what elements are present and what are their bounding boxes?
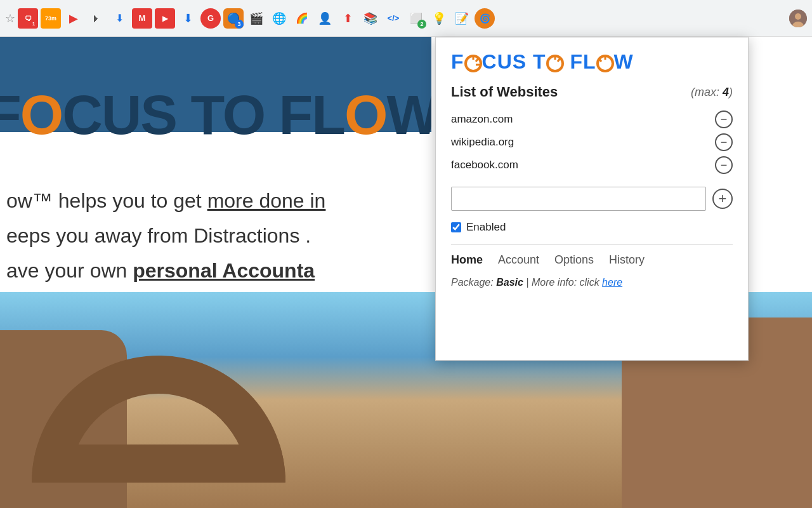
remove-wikipedia-button[interactable]: − [715,133,733,151]
popup-footer: Package: Basic | More info: click here [451,277,733,288]
ext-icon-download-blue[interactable]: ⬇ [109,8,129,29]
footer-more-text: | More info: click [526,277,602,288]
ext-icon-badge2[interactable]: ⬜ 2 [406,8,426,29]
website-background: FOCUS TO FLOW ow™ helps you to get more … [0,37,431,508]
website-name-facebook: facebook.com [451,159,518,171]
enabled-checkbox[interactable] [451,222,461,232]
ext-icon-person[interactable]: 👤 [315,8,335,29]
svg-point-1 [795,13,801,20]
footer-package-label: Package: [451,277,494,288]
website-item-wikipedia: wikipedia.org − [451,131,733,154]
bookmark-star-icon[interactable]: ☆ [5,11,15,25]
ext-icon-badge3[interactable]: 🔵 3 [223,8,244,29]
website-name-wikipedia: wikipedia.org [451,136,514,149]
ext-icon-grammarly[interactable]: G [200,8,221,29]
popup-section-title: List of Websites [451,84,558,100]
add-website-button[interactable]: + [712,189,733,209]
nav-options[interactable]: Options [554,253,594,267]
nav-history[interactable]: History [609,253,645,267]
website-item-amazon: amazon.com − [451,108,733,131]
ext-icon-rainbow[interactable]: 🌈 [292,8,312,29]
svg-line-9 [558,58,560,62]
user-avatar[interactable] [789,10,807,27]
extension-popup: FCUS T FLW List of Websites (max: 4) ama… [435,37,749,361]
popup-divider [451,244,733,244]
site-tagline1: ow™ helps you to get more done in [6,189,325,213]
footer-package-name: Basic [496,277,523,288]
add-website-input[interactable] [451,187,706,211]
website-name-amazon: amazon.com [451,113,513,126]
site-tagline3: ave your own personal Accounta [6,259,315,283]
site-tagline2: eeps you away from Distractions . [6,224,311,248]
footer-more-link[interactable]: here [602,277,622,288]
popup-max-info: (max: 4) [691,86,733,99]
popup-nav: Home Account Options History [451,253,733,267]
enabled-row: Enabled [451,221,733,234]
ext-icon-bulb[interactable]: 💡 [429,8,449,29]
ext-icon-stack[interactable]: 📚 [360,8,381,29]
add-website-row: + [451,187,733,211]
browser-toolbar: ☆ 🗨 1 73m ▶ ⏵ ⬇ M ▶ ⬇ G 🔵 3 🎬 🌐 🌈 👤 ⬆ 📚 … [0,0,812,37]
ext-icon-note[interactable]: 📝 [452,8,472,29]
ext-icon-dl[interactable]: ⬇ [178,8,198,29]
ext-icon-play[interactable]: ⏵ [86,8,107,29]
ext-icon-timer[interactable]: 73m [41,8,61,29]
ext-icon-mail[interactable]: M [132,8,152,29]
popup-section-header: List of Websites (max: 4) [451,84,733,100]
remove-amazon-button[interactable]: − [715,110,733,128]
logo-shutter-o1 [464,53,482,74]
website-list: amazon.com − wikipedia.org − facebook.co… [451,108,733,177]
svg-line-5 [476,58,478,62]
ext-icon-messages[interactable]: 🗨 1 [18,8,38,29]
enabled-label[interactable]: Enabled [466,221,506,234]
ext-icon-clapper[interactable]: 🎬 [246,8,266,29]
ext-icon-code[interactable]: </> [383,8,403,29]
website-item-facebook: facebook.com − [451,154,733,177]
logo-shutter-o3 [596,53,614,74]
nav-home[interactable]: Home [451,253,483,267]
remove-facebook-button[interactable]: − [715,156,733,174]
popup-logo-text: FCUS T FLW [451,50,634,74]
logo-shutter-o2 [546,53,564,74]
ext-icon-globe[interactable]: 🌐 [269,8,289,29]
popup-logo: FCUS T FLW [451,50,733,74]
ext-icon-upload[interactable]: ⬆ [337,8,358,29]
ext-icon-youtube[interactable]: ▶ [155,8,175,29]
nav-account[interactable]: Account [498,253,539,267]
ext-icon-focusflow[interactable]: 🌀 [475,8,495,29]
site-logo-clipped: FOCUS TO FLOW [0,83,431,147]
ext-icon-video1[interactable]: ▶ [63,8,84,29]
